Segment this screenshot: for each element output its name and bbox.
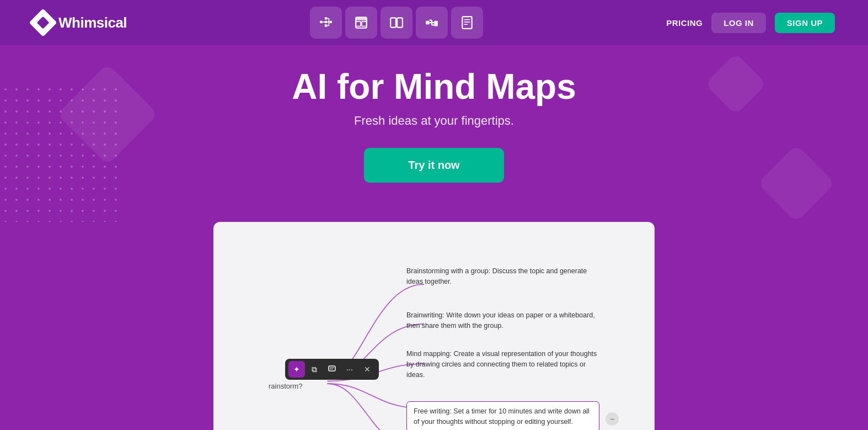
try-it-now-button[interactable]: Try it now: [364, 148, 503, 183]
collapse-node-button[interactable]: −: [606, 412, 619, 426]
close-toolbar-button[interactable]: ✕: [359, 361, 376, 378]
hero-title: AI for Mind Maps: [11, 67, 857, 106]
ai-toolbar-button[interactable]: ✦: [288, 361, 305, 378]
split-view-icon-button[interactable]: [381, 7, 412, 39]
signup-button[interactable]: SIGN UP: [775, 13, 835, 33]
svg-rect-23: [462, 17, 471, 29]
svg-rect-27: [329, 366, 335, 371]
svg-rect-16: [397, 18, 403, 27]
svg-rect-17: [426, 21, 430, 25]
svg-rect-3: [325, 24, 327, 26]
comment-icon: [328, 365, 336, 373]
svg-rect-18: [434, 21, 438, 26]
svg-rect-2: [325, 21, 327, 23]
more-toolbar-button[interactable]: ···: [341, 361, 358, 378]
hero-section: AI for Mind Maps Fresh ideas at your fin…: [0, 45, 868, 222]
wireframe-icon-button[interactable]: [345, 7, 377, 39]
svg-rect-1: [325, 17, 327, 19]
document-icon: [460, 15, 474, 30]
svg-rect-4: [330, 21, 332, 23]
document-icon-button[interactable]: [451, 7, 483, 39]
connector-icon: [425, 15, 439, 30]
nav-icons: [310, 7, 483, 39]
svg-rect-13: [356, 22, 361, 26]
demo-section: rainstorm? Brainstorming with a group: D…: [0, 222, 868, 430]
connector-icon-button[interactable]: [416, 7, 448, 39]
login-button[interactable]: LOG IN: [711, 13, 766, 33]
navbar: Whimsical: [0, 0, 868, 45]
svg-rect-0: [320, 21, 322, 23]
split-view-icon: [389, 15, 404, 30]
logo-area: Whimsical: [33, 13, 127, 33]
demo-container: rainstorm? Brainstorming with a group: D…: [213, 222, 655, 430]
mindmap-area: rainstorm? Brainstorming with a group: D…: [235, 238, 633, 430]
comment-toolbar-button[interactable]: [324, 361, 340, 378]
svg-rect-12: [356, 17, 367, 20]
center-node-label: rainstorm?: [269, 382, 302, 390]
logo-icon: [29, 9, 57, 37]
deco-diamond-bottomright: [757, 144, 835, 222]
flowchart-icon: [319, 15, 333, 30]
mindmap-node-3: Mind mapping: Create a visual representa…: [406, 349, 599, 380]
mindmap-node-2: Brainwriting: Write down your ideas on p…: [406, 310, 599, 331]
logo-text: Whimsical: [58, 14, 127, 31]
node-toolbar: ✦ ⧉ ··· ✕: [285, 359, 379, 380]
copy-toolbar-button[interactable]: ⧉: [306, 361, 323, 378]
nav-right: PRICING LOG IN SIGN UP: [666, 13, 835, 33]
mindmap-node-1: Brainstorming with a group: Discuss the …: [406, 266, 599, 287]
pricing-link[interactable]: PRICING: [666, 18, 703, 28]
wireframe-icon: [354, 15, 368, 30]
hero-subtitle: Fresh ideas at your fingertips.: [11, 114, 857, 128]
flowchart-icon-button[interactable]: [310, 7, 342, 39]
mindmap-node-4-selected[interactable]: Free writing: Set a timer for 10 minutes…: [406, 401, 599, 430]
svg-rect-15: [390, 18, 396, 27]
svg-rect-14: [362, 22, 367, 26]
